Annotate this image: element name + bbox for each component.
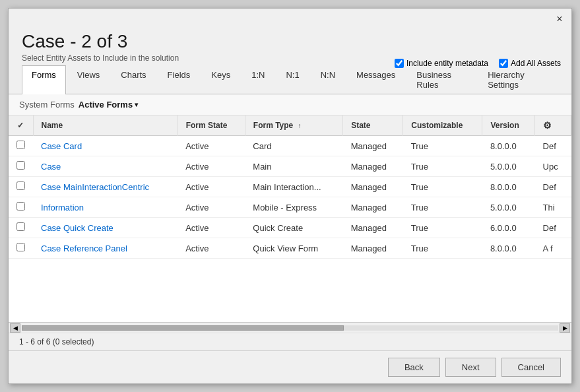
- row-checkbox[interactable]: [16, 202, 25, 211]
- row-form-type: Main Interaction...: [245, 177, 342, 197]
- tab-fields[interactable]: Fields: [158, 65, 201, 94]
- include-metadata-label: Include entity metadata: [406, 59, 488, 68]
- scroll-left-button[interactable]: ◀: [10, 323, 20, 333]
- chevron-down-icon: ▾: [135, 101, 138, 108]
- row-form-type: Quick Create: [245, 218, 342, 238]
- tab-messages[interactable]: Messages: [346, 65, 405, 94]
- row-form-state: Active: [177, 156, 245, 177]
- row-check[interactable]: [9, 238, 33, 259]
- row-customizable: True: [403, 218, 482, 238]
- row-form-type: Main: [245, 156, 342, 177]
- tab-nn[interactable]: N:N: [311, 65, 345, 94]
- row-version: 5.0.0.0: [482, 197, 535, 218]
- row-form-state: Active: [177, 136, 245, 156]
- form-link[interactable]: Case MainInteractionCentric: [41, 182, 149, 192]
- include-metadata-checkbox[interactable]: [395, 59, 404, 68]
- row-name: Case MainInteractionCentric: [33, 177, 177, 197]
- row-form-type: Card: [245, 136, 342, 156]
- row-extra: Def: [535, 218, 571, 238]
- row-customizable: True: [403, 156, 482, 177]
- row-extra: Thi: [535, 197, 571, 218]
- row-checkbox[interactable]: [16, 161, 25, 170]
- row-customizable: True: [403, 136, 482, 156]
- page-title: Case - 2 of 3: [22, 31, 558, 52]
- tab-business-rules[interactable]: Business Rules: [406, 65, 476, 94]
- table-container[interactable]: ✓ Name Form State Form Type ↑ State Cust…: [9, 115, 571, 322]
- add-all-assets-label: Add All Assets: [511, 59, 561, 68]
- status-label: 1 - 6 of 6 (0 selected): [19, 337, 94, 346]
- table-row: Case Reference Panel Active Quick View F…: [9, 238, 571, 259]
- row-state: Managed: [343, 218, 403, 238]
- row-extra: Def: [535, 177, 571, 197]
- system-forms-header: System Forms Active Forms ▾: [9, 94, 571, 115]
- row-form-state: Active: [177, 197, 245, 218]
- horizontal-scrollbar[interactable]: ◀ ▶: [9, 322, 571, 333]
- col-state[interactable]: State: [343, 115, 403, 136]
- row-customizable: True: [403, 197, 482, 218]
- row-name: Information: [33, 197, 177, 218]
- col-customizable[interactable]: Customizable: [403, 115, 482, 136]
- scroll-track[interactable]: [22, 325, 558, 331]
- col-form-type[interactable]: Form Type ↑: [245, 115, 342, 136]
- scroll-right-button[interactable]: ▶: [560, 323, 570, 333]
- row-check[interactable]: [9, 177, 33, 197]
- row-name: Case Card: [33, 136, 177, 156]
- row-checkbox[interactable]: [16, 222, 25, 231]
- table-header-row: ✓ Name Form State Form Type ↑ State Cust…: [9, 115, 571, 136]
- settings-icon: ⚙: [543, 120, 552, 131]
- footer: Back Next Cancel: [9, 350, 571, 383]
- forms-table: ✓ Name Form State Form Type ↑ State Cust…: [9, 115, 571, 259]
- row-check[interactable]: [9, 197, 33, 218]
- row-checkbox[interactable]: [16, 181, 25, 190]
- table-row: Case Active Main Managed True 5.0.0.0 Up…: [9, 156, 571, 177]
- table-row: Information Active Mobile - Express Mana…: [9, 197, 571, 218]
- row-form-state: Active: [177, 238, 245, 259]
- row-check[interactable]: [9, 156, 33, 177]
- back-button[interactable]: Back: [388, 358, 440, 377]
- row-name: Case Quick Create: [33, 218, 177, 238]
- tab-views[interactable]: Views: [67, 65, 110, 94]
- tab-n1[interactable]: N:1: [276, 65, 309, 94]
- row-check[interactable]: [9, 218, 33, 238]
- row-checkbox[interactable]: [16, 243, 25, 251]
- form-link[interactable]: Case Reference Panel: [41, 244, 127, 253]
- row-state: Managed: [343, 136, 403, 156]
- close-button[interactable]: ×: [553, 13, 566, 26]
- row-version: 8.0.0.0: [482, 136, 535, 156]
- title-section: Case - 2 of 3 Select Entity Assets to In…: [9, 26, 571, 65]
- row-customizable: True: [403, 238, 482, 259]
- tab-hierarchy-settings[interactable]: Hierarchy Settings: [478, 65, 557, 94]
- sort-arrow-icon: ↑: [298, 122, 302, 129]
- scroll-thumb[interactable]: [22, 325, 344, 331]
- col-form-state[interactable]: Form State: [177, 115, 245, 136]
- tab-keys[interactable]: Keys: [201, 65, 240, 94]
- row-version: 5.0.0.0: [482, 156, 535, 177]
- dialog-header: ×: [9, 9, 571, 26]
- form-link[interactable]: Case Quick Create: [41, 223, 113, 233]
- form-link[interactable]: Information: [41, 203, 84, 212]
- next-button[interactable]: Next: [445, 358, 496, 377]
- tab-1n[interactable]: 1:N: [242, 65, 274, 94]
- row-state: Managed: [343, 197, 403, 218]
- col-name[interactable]: Name: [33, 115, 177, 136]
- active-forms-dropdown[interactable]: Active Forms ▾: [79, 100, 138, 110]
- col-settings[interactable]: ⚙: [535, 115, 571, 136]
- row-version: 6.0.0.0: [482, 218, 535, 238]
- form-link[interactable]: Case: [41, 162, 61, 172]
- row-checkbox[interactable]: [16, 141, 25, 149]
- header-checkboxes: Include entity metadata Add All Assets: [395, 59, 561, 68]
- row-name: Case Reference Panel: [33, 238, 177, 259]
- add-all-assets-checkbox-group: Add All Assets: [499, 59, 561, 68]
- col-check: ✓: [9, 115, 33, 136]
- form-link[interactable]: Case Card: [41, 141, 82, 151]
- row-extra: Def: [535, 136, 571, 156]
- add-all-assets-checkbox[interactable]: [499, 59, 508, 68]
- cancel-button[interactable]: Cancel: [501, 358, 561, 377]
- tab-forms[interactable]: Forms: [22, 65, 66, 94]
- row-form-type: Mobile - Express: [245, 197, 342, 218]
- col-version[interactable]: Version: [482, 115, 535, 136]
- tab-charts[interactable]: Charts: [111, 65, 156, 94]
- row-check[interactable]: [9, 136, 33, 156]
- table-row: Case MainInteractionCentric Active Main …: [9, 177, 571, 197]
- row-form-state: Active: [177, 177, 245, 197]
